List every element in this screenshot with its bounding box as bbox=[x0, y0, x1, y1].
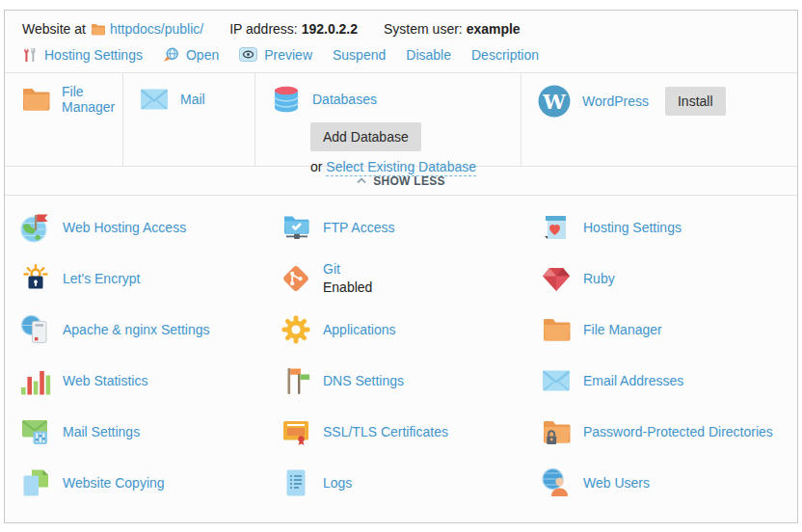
databases-icon bbox=[271, 84, 302, 115]
open-site-icon bbox=[163, 47, 179, 63]
quick-tool-label[interactable]: File Manager bbox=[62, 84, 115, 115]
toolbar-item-disable[interactable]: Disable bbox=[406, 47, 451, 63]
toolbar-item-open[interactable]: Open bbox=[163, 47, 219, 63]
web-hosting-access-icon bbox=[20, 212, 51, 243]
ruby-icon bbox=[541, 263, 572, 294]
mail-settings-icon bbox=[20, 416, 51, 447]
quick-tool-label[interactable]: Mail bbox=[180, 92, 205, 107]
git-icon bbox=[281, 263, 311, 294]
grid-item-ruby[interactable]: Ruby bbox=[541, 253, 789, 304]
grid-item-label[interactable]: SSL/TLS Certificates bbox=[323, 424, 448, 439]
grid-item-applications[interactable]: Applications bbox=[281, 304, 541, 355]
file-manager-icon bbox=[20, 84, 51, 115]
grid-item-label[interactable]: Mail Settings bbox=[63, 424, 140, 439]
add-database-button[interactable]: Add Database bbox=[310, 122, 421, 151]
email-addresses-icon bbox=[541, 365, 572, 396]
dns-settings-icon bbox=[281, 365, 311, 396]
grid-item-label[interactable]: Applications bbox=[323, 322, 396, 337]
website-info-bar: Website at httpdocs/public/ IP address: … bbox=[5, 11, 797, 41]
web-statistics-icon bbox=[20, 365, 51, 396]
toolbar-item-description[interactable]: Description bbox=[471, 47, 539, 63]
website-toolbar: Hosting Settings Open Preview Suspend Di… bbox=[5, 41, 797, 73]
grid-item-lets-encrypt[interactable]: Let's Encrypt bbox=[20, 253, 281, 304]
grid-item-ssl-tls-certificates[interactable]: SSL/TLS Certificates bbox=[281, 406, 541, 457]
git-status-text: Enabled bbox=[323, 279, 372, 297]
tools-icon bbox=[22, 47, 38, 63]
grid-item-label[interactable]: FTP Access bbox=[323, 220, 394, 235]
tools-grid: Web Hosting Access FTP Access Hosting Se… bbox=[5, 196, 797, 508]
grid-item-label[interactable]: Hosting Settings bbox=[583, 220, 682, 235]
toolbar-item-label[interactable]: Hosting Settings bbox=[44, 47, 143, 63]
databases-link[interactable]: Databases bbox=[312, 92, 377, 107]
grid-item-label[interactable]: Let's Encrypt bbox=[63, 271, 141, 286]
toolbar-item-label[interactable]: Preview bbox=[264, 47, 312, 63]
toolbar-item-label[interactable]: Description bbox=[471, 47, 539, 63]
install-wordpress-button[interactable]: Install bbox=[665, 87, 726, 116]
show-less-label: SHOW LESS bbox=[373, 174, 445, 188]
grid-item-hosting-settings[interactable]: Hosting Settings bbox=[541, 201, 789, 253]
ftp-access-icon bbox=[281, 212, 311, 243]
grid-item-label[interactable]: Ruby bbox=[583, 271, 615, 286]
chevron-up-icon bbox=[357, 177, 366, 184]
wordpress-icon: W bbox=[537, 84, 572, 119]
grid-item-label[interactable]: Apache & nginx Settings bbox=[63, 322, 210, 337]
grid-item-mail-settings[interactable]: Mail Settings bbox=[20, 406, 281, 457]
grid-item-label[interactable]: Logs bbox=[323, 475, 352, 491]
grid-item-label[interactable]: Web Users bbox=[583, 475, 650, 491]
grid-item-label[interactable]: Git bbox=[323, 260, 372, 279]
website-at-label: Website at bbox=[22, 21, 86, 37]
wordpress-link[interactable]: WordPress bbox=[582, 93, 649, 109]
grid-item-label[interactable]: Website Copying bbox=[63, 475, 165, 491]
apache-nginx-settings-icon bbox=[20, 314, 51, 345]
document-root-link[interactable]: httpdocs/public/ bbox=[110, 21, 203, 37]
quick-tool-file-manager[interactable]: File Manager bbox=[5, 73, 122, 166]
grid-item-password-protected-directories[interactable]: Password-Protected Directories bbox=[541, 406, 789, 457]
web-users-icon bbox=[541, 467, 572, 498]
grid-item-label[interactable]: Web Hosting Access bbox=[63, 220, 186, 235]
password-protected-directories-icon bbox=[541, 416, 572, 447]
grid-item-logs[interactable]: Logs bbox=[281, 457, 541, 508]
toolbar-item-label[interactable]: Open bbox=[186, 47, 219, 63]
grid-item-web-users[interactable]: Web Users bbox=[541, 457, 789, 508]
quick-tools-row: File Manager Mail Databases Add Database… bbox=[5, 73, 797, 167]
grid-item-git[interactable]: Git Enabled bbox=[281, 253, 541, 304]
ssl-tls-certificates-icon bbox=[281, 416, 311, 447]
grid-item-web-statistics[interactable]: Web Statistics bbox=[20, 355, 281, 406]
toolbar-item-suspend[interactable]: Suspend bbox=[333, 47, 386, 63]
grid-item-label[interactable]: Password-Protected Directories bbox=[583, 424, 773, 439]
grid-item-web-hosting-access[interactable]: Web Hosting Access bbox=[20, 201, 281, 253]
grid-item-label[interactable]: File Manager bbox=[583, 322, 662, 337]
file-manager-icon bbox=[541, 314, 572, 345]
quick-tool-wordpress: W WordPress Install bbox=[521, 73, 797, 166]
logs-icon bbox=[281, 467, 311, 498]
grid-item-email-addresses[interactable]: Email Addresses bbox=[541, 355, 789, 406]
applications-icon bbox=[281, 314, 311, 345]
grid-item-ftp-access[interactable]: FTP Access bbox=[281, 201, 541, 253]
quick-tool-databases: Databases Add Database or Select Existin… bbox=[254, 73, 521, 166]
or-text: or bbox=[310, 159, 322, 174]
grid-item-apache-nginx-settings[interactable]: Apache & nginx Settings bbox=[20, 304, 281, 355]
ip-value: 192.0.2.2 bbox=[302, 21, 358, 37]
quick-tool-mail[interactable]: Mail bbox=[122, 73, 254, 166]
system-user-label: System user: bbox=[384, 21, 463, 37]
lets-encrypt-icon bbox=[20, 263, 51, 294]
hosting-settings-icon bbox=[541, 212, 572, 243]
system-user-value: example bbox=[467, 21, 521, 37]
preview-eye-icon bbox=[239, 47, 257, 62]
grid-item-website-copying[interactable]: Website Copying bbox=[20, 457, 281, 508]
toolbar-item-label[interactable]: Suspend bbox=[333, 47, 386, 63]
website-copying-icon bbox=[20, 467, 51, 498]
toolbar-item-preview[interactable]: Preview bbox=[239, 47, 312, 63]
folder-icon bbox=[91, 23, 105, 36]
grid-item-file-manager[interactable]: File Manager bbox=[541, 304, 789, 355]
website-panel: Website at httpdocs/public/ IP address: … bbox=[4, 10, 798, 523]
mail-icon bbox=[139, 84, 170, 115]
grid-item-label[interactable]: Web Statistics bbox=[63, 373, 147, 388]
grid-item-dns-settings[interactable]: DNS Settings bbox=[281, 355, 541, 406]
grid-item-label[interactable]: DNS Settings bbox=[323, 373, 404, 388]
toolbar-item-hosting-settings[interactable]: Hosting Settings bbox=[22, 47, 143, 63]
ip-label: IP address: bbox=[229, 21, 298, 37]
svg-text:W: W bbox=[542, 90, 566, 114]
toolbar-item-label[interactable]: Disable bbox=[406, 47, 451, 63]
grid-item-label[interactable]: Email Addresses bbox=[583, 373, 683, 388]
